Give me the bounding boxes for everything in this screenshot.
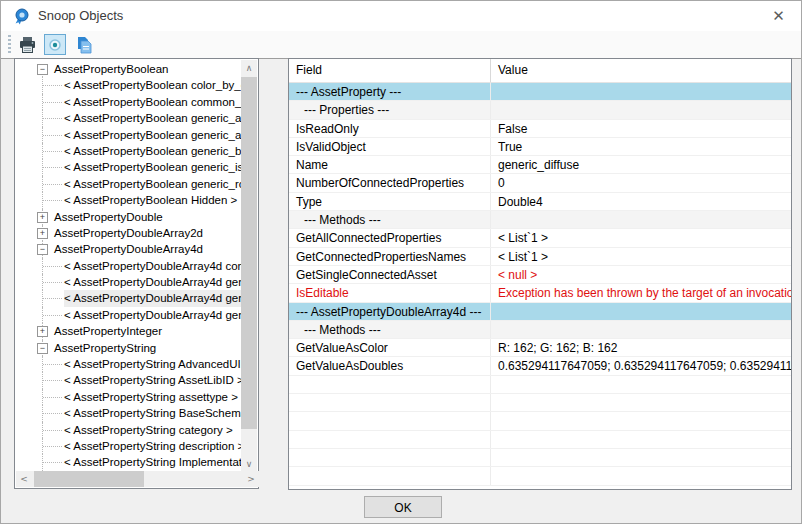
printer-icon[interactable]	[16, 34, 38, 55]
tree-connector-line	[43, 85, 62, 86]
field-cell: IsEditable	[289, 284, 491, 301]
field-cell: --- Methods ---	[289, 321, 491, 338]
snoop-objects-dialog: Snoop Objects ✕	[0, 0, 802, 524]
grid-row[interactable]: --- AssetPropertyDoubleArray4d ---	[289, 303, 791, 321]
tree-item[interactable]: < AssetPropertyBoolean generic_is_me	[16, 159, 242, 175]
tree-item[interactable]: < AssetPropertyDoubleArray4d commo	[16, 258, 242, 274]
column-header-value[interactable]: Value	[491, 59, 791, 82]
expand-box-icon[interactable]: +	[37, 326, 48, 337]
tree-item[interactable]: < AssetPropertyDoubleArray4d generic	[16, 290, 242, 306]
tree-item[interactable]: < AssetPropertyString AssetLibID >	[16, 372, 242, 388]
grid-row[interactable]	[289, 412, 791, 430]
scroll-right-icon[interactable]: >	[243, 471, 259, 487]
grid-row[interactable]: GetSingleConnectedAsset< null >	[289, 266, 791, 284]
expand-box-icon[interactable]: +	[37, 228, 48, 239]
tree-connector-line	[43, 413, 62, 414]
tree-connector-line	[43, 315, 62, 316]
grid-row[interactable]: GetValueAsColorR: 162; G: 162; B: 162	[289, 339, 791, 357]
value-cell	[491, 376, 791, 393]
tree-item[interactable]: < AssetPropertyBoolean generic_round	[16, 176, 242, 192]
tree-item-label: < AssetPropertyDoubleArray4d generic	[64, 274, 242, 290]
tree-item[interactable]: < AssetPropertyBoolean generic_back	[16, 143, 242, 159]
tree-item[interactable]: < AssetPropertyBoolean generic_ao_d	[16, 110, 242, 126]
preview-eye-icon[interactable]	[44, 34, 66, 55]
tree-item[interactable]: < AssetPropertyBoolean Hidden >	[16, 192, 242, 208]
tree-item-label: < AssetPropertyString assettype >	[64, 389, 238, 405]
grid-row[interactable]: GetAllConnectedProperties< List`1 >	[289, 229, 791, 247]
grid-row[interactable]: --- AssetProperty ---	[289, 83, 791, 101]
grid-rows: --- AssetProperty ------ Properties ---I…	[289, 83, 791, 486]
tree-item-label: < AssetPropertyString BaseSchema >	[64, 405, 242, 421]
tree-connector-line	[43, 397, 62, 398]
grid-row[interactable]	[289, 394, 791, 412]
grid-row[interactable]: TypeDouble4	[289, 193, 791, 211]
tree-item-label: < AssetPropertyDoubleArray4d generic	[64, 290, 242, 306]
ok-button[interactable]: OK	[364, 496, 442, 518]
grid-row[interactable]: NumberOfConnectedProperties0	[289, 174, 791, 192]
column-header-field[interactable]: Field	[289, 59, 491, 82]
value-cell: R: 162; G: 162; B: 162	[491, 339, 791, 356]
grid-row[interactable]: GetValueAsDoubles0.635294117647059; 0.63…	[289, 357, 791, 375]
tree-item[interactable]: < AssetPropertyString AdvancedUIDef	[16, 356, 242, 372]
tree-item[interactable]: < AssetPropertyDoubleArray4d generic	[16, 307, 242, 323]
collapse-box-icon[interactable]: −	[37, 244, 48, 255]
tree-vertical-scrollbar[interactable]: ∧ ∨	[241, 60, 257, 472]
value-cell	[491, 101, 791, 118]
grid-row[interactable]: IsEditableException has been thrown by t…	[289, 284, 791, 302]
tree-item[interactable]: < AssetPropertyString description >	[16, 438, 242, 454]
grid-row[interactable]: Namegeneric_diffuse	[289, 156, 791, 174]
tree-item[interactable]: < AssetPropertyString category >	[16, 422, 242, 438]
tree-connector-line	[43, 282, 62, 283]
grid-row[interactable]	[289, 449, 791, 467]
tree-connector-line	[43, 167, 62, 168]
scroll-left-icon[interactable]: <	[16, 471, 32, 487]
grid-row[interactable]	[289, 431, 791, 449]
field-cell	[289, 394, 491, 411]
field-cell: GetConnectedPropertiesNames	[289, 248, 491, 265]
tree-item[interactable]: < AssetPropertyBoolean common_Tint_	[16, 94, 242, 110]
tree-horizontal-scrollbar[interactable]: < >	[16, 471, 259, 487]
value-cell	[491, 467, 791, 484]
grid-row[interactable]: IsValidObjectTrue	[289, 138, 791, 156]
grid-row[interactable]	[289, 376, 791, 394]
tree-item-label: AssetPropertyInteger	[54, 323, 162, 339]
grid-row[interactable]	[289, 467, 791, 485]
horizontal-scroll-thumb[interactable]	[34, 471, 144, 487]
grid-row[interactable]: --- Properties ---	[289, 101, 791, 119]
vertical-scroll-thumb[interactable]	[241, 77, 257, 429]
value-cell: generic_diffuse	[491, 156, 791, 173]
window-title: Snoop Objects	[38, 8, 123, 23]
tree-item[interactable]: +AssetPropertyDouble	[16, 209, 242, 225]
field-cell	[289, 449, 491, 466]
scroll-up-icon[interactable]: ∧	[241, 60, 257, 76]
tree-item[interactable]: < AssetPropertyString assettype >	[16, 389, 242, 405]
scroll-down-icon[interactable]: ∨	[241, 456, 257, 472]
tree-item[interactable]: +AssetPropertyInteger	[16, 323, 242, 339]
tree-item-label: < AssetPropertyBoolean common_Tint_	[64, 94, 242, 110]
close-button[interactable]: ✕	[756, 1, 801, 31]
tree-item-label: < AssetPropertyDoubleArray4d commo	[64, 258, 242, 274]
tree-connector-line	[43, 462, 62, 463]
tree-item[interactable]: < AssetPropertyBoolean color_by_obje	[16, 77, 242, 93]
collapse-box-icon[interactable]: −	[37, 343, 48, 354]
toolbar-grip[interactable]	[8, 35, 11, 54]
tree-item[interactable]: −AssetPropertyBoolean	[16, 61, 242, 77]
collapse-box-icon[interactable]: −	[37, 64, 48, 75]
tree-item[interactable]: −AssetPropertyString	[16, 340, 242, 356]
tree-item-label: < AssetPropertyString ImplementationG	[64, 454, 242, 470]
tree-item[interactable]: < AssetPropertyBoolean generic_ao_o	[16, 127, 242, 143]
title-bar: Snoop Objects ✕	[1, 1, 801, 31]
tree-item[interactable]: < AssetPropertyString BaseSchema >	[16, 405, 242, 421]
field-cell: NumberOfConnectedProperties	[289, 174, 491, 191]
copy-icon[interactable]	[72, 34, 94, 55]
tree-item[interactable]: < AssetPropertyString ImplementationG	[16, 454, 242, 470]
grid-row[interactable]: GetConnectedPropertiesNames< List`1 >	[289, 248, 791, 266]
expand-box-icon[interactable]: +	[37, 212, 48, 223]
tree-item[interactable]: < AssetPropertyDoubleArray4d generic	[16, 274, 242, 290]
value-cell: 0	[491, 174, 791, 191]
grid-row[interactable]: IsReadOnlyFalse	[289, 120, 791, 138]
tree-item[interactable]: −AssetPropertyDoubleArray4d	[16, 241, 242, 257]
grid-row[interactable]: --- Methods ---	[289, 211, 791, 229]
tree-item[interactable]: +AssetPropertyDoubleArray2d	[16, 225, 242, 241]
grid-row[interactable]: --- Methods ---	[289, 321, 791, 339]
